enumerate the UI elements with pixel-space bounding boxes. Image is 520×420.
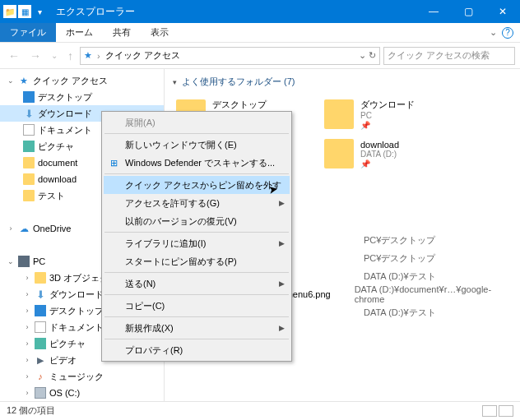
ribbon-expand-icon[interactable]: ⌄	[490, 27, 497, 38]
context-menu-item[interactable]: 以前のバージョンの復元(V)	[104, 212, 290, 230]
help-icon[interactable]: ?	[502, 27, 513, 39]
tab-view[interactable]: 表示	[141, 23, 179, 42]
tab-share[interactable]: 共有	[103, 23, 141, 42]
details-view-button[interactable]	[482, 405, 497, 417]
close-button[interactable]: ✕	[485, 0, 520, 23]
back-button[interactable]: ←	[5, 49, 23, 62]
quick-access-toolbar: 📁 ▦ ▾	[0, 5, 49, 18]
history-dropdown[interactable]: ⌄	[48, 51, 61, 60]
context-menu-item[interactable]: 新しいウィンドウで開く(E)	[104, 136, 290, 154]
folder-item[interactable]: ダウンロードPC📌	[321, 95, 469, 134]
icons-view-button[interactable]	[499, 405, 513, 417]
qat-dropdown-icon[interactable]: ▾	[33, 5, 46, 18]
address-dropdown-icon[interactable]: ⌄	[359, 50, 366, 60]
up-button[interactable]: ↑	[64, 49, 77, 62]
tree-item[interactable]: デスクトップ	[0, 89, 164, 105]
tab-home[interactable]: ホーム	[56, 23, 103, 42]
window-title: エクスプローラー	[56, 5, 135, 19]
file-menu[interactable]: ファイル	[0, 23, 56, 42]
quickaccess-star-icon: ★	[84, 50, 92, 61]
context-menu-item[interactable]: 新規作成(X)▶	[104, 319, 290, 337]
tree-item[interactable]: ⌄★クイック アクセス	[0, 72, 164, 89]
forward-button: →	[26, 49, 44, 62]
status-bar: 12 個の項目	[0, 401, 520, 419]
refresh-icon[interactable]: ↻	[369, 50, 376, 60]
item-count: 12 個の項目	[7, 404, 55, 417]
context-menu-item[interactable]: ⊞Windows Defender でスキャンする...	[104, 154, 290, 172]
context-menu-item[interactable]: スタートにピン留めする(P)	[104, 252, 290, 270]
titlebar: 📁 ▦ ▾ エクスプローラー — ▢ ✕	[0, 0, 520, 23]
address-bar[interactable]: ★ › クイック アクセス ⌄ ↻	[80, 47, 380, 65]
minimize-button[interactable]: —	[416, 0, 451, 23]
section-header[interactable]: ▾よく使用するフォルダー (7)	[173, 76, 512, 88]
folder-item[interactable]: downloadDATA (D:)📌	[321, 134, 469, 173]
breadcrumb[interactable]: クイック アクセス	[105, 49, 180, 62]
context-menu-item[interactable]: ライブラリに追加(I)▶	[104, 234, 290, 252]
context-menu-item[interactable]: クイック アクセスからピン留めを外す	[104, 176, 290, 194]
context-menu-item[interactable]: アクセスを許可する(G)▶	[104, 194, 290, 212]
context-menu-item: 展開(A)	[104, 113, 290, 132]
context-menu-item[interactable]: プロパティ(R)	[104, 341, 290, 359]
search-input[interactable]: クイック アクセスの検索	[383, 47, 515, 65]
address-bar-row: ← → ⌄ ↑ ★ › クイック アクセス ⌄ ↻ クイック アクセスの検索	[0, 43, 520, 69]
context-menu: 展開(A)新しいウィンドウで開く(E)⊞Windows Defender でスキ…	[101, 111, 292, 362]
tree-item[interactable]: ›♪ミュージック	[0, 368, 164, 385]
ribbon-tabs: ファイル ホーム 共有 表示 ⌄ ?	[0, 23, 520, 43]
tree-item[interactable]: ›OS (C:)	[0, 385, 164, 401]
context-menu-item[interactable]: コピー(C)	[104, 297, 290, 315]
context-menu-item[interactable]: 送る(N)▶	[104, 275, 290, 293]
folder-icon: 📁	[3, 5, 16, 18]
maximize-button[interactable]: ▢	[451, 0, 485, 23]
shield-icon: ⊞	[107, 156, 120, 169]
paste-icon[interactable]: ▦	[18, 5, 31, 18]
cursor-icon: ➤	[267, 182, 280, 196]
